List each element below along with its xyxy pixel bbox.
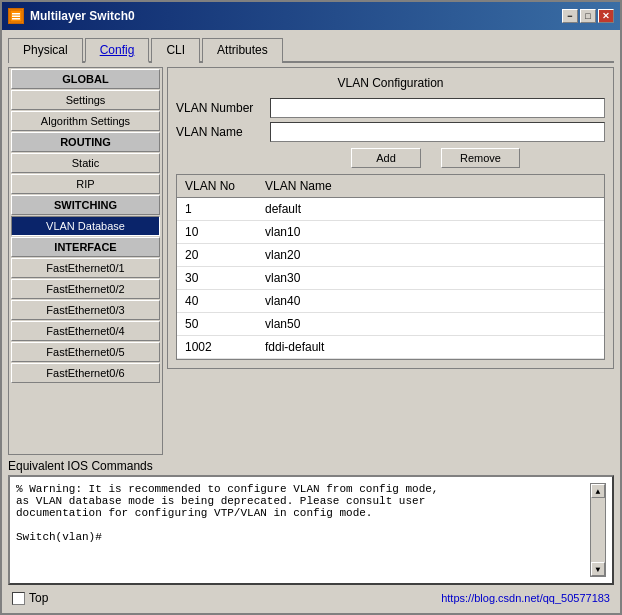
footer-link: https://blog.csdn.net/qq_50577183: [441, 592, 610, 604]
vlan-cell-no: 50: [177, 315, 257, 333]
table-row[interactable]: 10 vlan10: [177, 221, 604, 244]
title-buttons: − □ ✕: [562, 9, 614, 23]
ios-line-5: Switch(vlan)#: [16, 531, 586, 543]
table-row[interactable]: 1002 fddi-default: [177, 336, 604, 359]
ios-scroll-down[interactable]: ▼: [591, 562, 605, 576]
sidebar-item-fe04[interactable]: FastEthernet0/4: [11, 321, 160, 341]
sidebar-item-settings[interactable]: Settings: [11, 90, 160, 110]
vlan-name-label: VLAN Name: [176, 125, 266, 139]
tab-bar: Physical Config CLI Attributes: [8, 36, 614, 63]
vlan-header-name: VLAN Name: [257, 177, 604, 195]
vlan-cell-no: 20: [177, 246, 257, 264]
vlan-cell-no: 10: [177, 223, 257, 241]
close-button[interactable]: ✕: [598, 9, 614, 23]
title-bar: Multilayer Switch0 − □ ✕: [2, 2, 620, 30]
sidebar-item-fe02[interactable]: FastEthernet0/2: [11, 279, 160, 299]
ios-label: Equivalent IOS Commands: [8, 459, 614, 473]
vlan-cell-name: vlan10: [257, 223, 604, 241]
tab-config[interactable]: Config: [85, 38, 150, 63]
sidebar-item-vlan-database[interactable]: VLAN Database: [11, 216, 160, 236]
footer-bar: Top https://blog.csdn.net/qq_50577183: [8, 589, 614, 607]
tab-physical[interactable]: Physical: [8, 38, 83, 63]
remove-button[interactable]: Remove: [441, 148, 520, 168]
sidebar-item-fe06[interactable]: FastEthernet0/6: [11, 363, 160, 383]
main-window: Multilayer Switch0 − □ ✕ Physical Config…: [0, 0, 622, 615]
vlan-name-row: VLAN Name: [176, 122, 605, 142]
table-row[interactable]: 50 vlan50: [177, 313, 604, 336]
ios-line-4: [16, 519, 586, 531]
sidebar-item-static[interactable]: Static: [11, 153, 160, 173]
footer-left: Top: [12, 591, 48, 605]
vlan-number-input[interactable]: [270, 98, 605, 118]
vlan-table: VLAN No VLAN Name 1 default 10 vlan10 20…: [176, 174, 605, 360]
sidebar-category-global: GLOBAL: [11, 69, 160, 89]
main-area: GLOBAL Settings Algorithm Settings ROUTI…: [8, 67, 614, 455]
vlan-name-input[interactable]: [270, 122, 605, 142]
sidebar-scroll[interactable]: GLOBAL Settings Algorithm Settings ROUTI…: [9, 68, 162, 454]
svg-rect-1: [12, 13, 20, 15]
tab-cli[interactable]: CLI: [151, 38, 200, 63]
sidebar: GLOBAL Settings Algorithm Settings ROUTI…: [8, 67, 163, 455]
ios-line-2: as VLAN database mode is being deprecate…: [16, 495, 586, 507]
window-content: Physical Config CLI Attributes GLOBAL Se…: [2, 30, 620, 613]
ios-section: Equivalent IOS Commands % Warning: It is…: [8, 459, 614, 585]
sidebar-category-interface: INTERFACE: [11, 237, 160, 257]
add-button[interactable]: Add: [351, 148, 421, 168]
sidebar-category-switching: SWITCHING: [11, 195, 160, 215]
vlan-table-body[interactable]: 1 default 10 vlan10 20 vlan20 30 vlan30 …: [177, 198, 604, 359]
ios-scrollbar[interactable]: ▲ ▼: [590, 483, 606, 577]
vlan-cell-name: vlan30: [257, 269, 604, 287]
vlan-cell-no: 30: [177, 269, 257, 287]
table-row[interactable]: 1 default: [177, 198, 604, 221]
top-checkbox[interactable]: [12, 592, 25, 605]
svg-rect-2: [12, 16, 20, 18]
sidebar-item-fe05[interactable]: FastEthernet0/5: [11, 342, 160, 362]
ios-text-content: % Warning: It is recommended to configur…: [16, 483, 586, 577]
svg-rect-3: [12, 18, 20, 20]
top-label: Top: [29, 591, 48, 605]
table-row[interactable]: 30 vlan30: [177, 267, 604, 290]
table-row[interactable]: 20 vlan20: [177, 244, 604, 267]
title-bar-left: Multilayer Switch0: [8, 8, 135, 24]
sidebar-item-rip[interactable]: RIP: [11, 174, 160, 194]
vlan-cell-no: 1002: [177, 338, 257, 356]
vlan-cell-no: 40: [177, 292, 257, 310]
vlan-cell-no: 1: [177, 200, 257, 218]
ios-line-3: documentation for configuring VTP/VLAN i…: [16, 507, 586, 519]
sidebar-item-fe03[interactable]: FastEthernet0/3: [11, 300, 160, 320]
ios-scroll-up[interactable]: ▲: [591, 484, 605, 498]
vlan-action-buttons: Add Remove: [266, 148, 605, 168]
vlan-cell-name: vlan40: [257, 292, 604, 310]
vlan-cell-name: default: [257, 200, 604, 218]
ios-line-1: % Warning: It is recommended to configur…: [16, 483, 586, 495]
vlan-number-row: VLAN Number: [176, 98, 605, 118]
vlan-config-title: VLAN Configuration: [176, 76, 605, 90]
vlan-cell-name: vlan20: [257, 246, 604, 264]
table-row[interactable]: 40 vlan40: [177, 290, 604, 313]
sidebar-category-routing: ROUTING: [11, 132, 160, 152]
vlan-cell-name: vlan50: [257, 315, 604, 333]
vlan-table-header: VLAN No VLAN Name: [177, 175, 604, 198]
ios-console: % Warning: It is recommended to configur…: [8, 475, 614, 585]
vlan-header-no: VLAN No: [177, 177, 257, 195]
content-panel: VLAN Configuration VLAN Number VLAN Name…: [167, 67, 614, 455]
sidebar-item-fe01[interactable]: FastEthernet0/1: [11, 258, 160, 278]
vlan-config-panel: VLAN Configuration VLAN Number VLAN Name…: [167, 67, 614, 369]
window-title: Multilayer Switch0: [30, 9, 135, 23]
vlan-number-label: VLAN Number: [176, 101, 266, 115]
window-icon: [8, 8, 24, 24]
tab-attributes[interactable]: Attributes: [202, 38, 283, 63]
maximize-button[interactable]: □: [580, 9, 596, 23]
minimize-button[interactable]: −: [562, 9, 578, 23]
vlan-cell-name: fddi-default: [257, 338, 604, 356]
sidebar-item-algorithm-settings[interactable]: Algorithm Settings: [11, 111, 160, 131]
